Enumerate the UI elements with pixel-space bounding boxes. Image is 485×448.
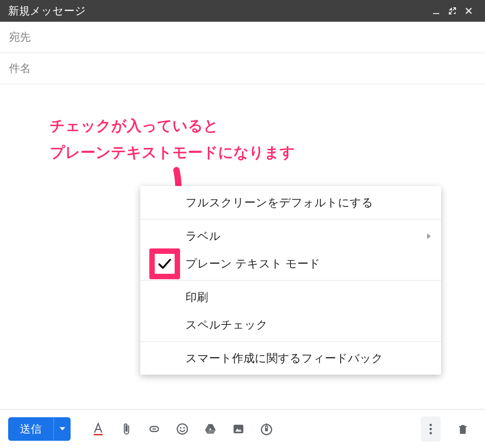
window-title: 新規メッセージ	[8, 4, 86, 18]
chevron-right-icon	[426, 229, 432, 243]
minimize-icon[interactable]	[428, 7, 444, 15]
annotation-line1: チェックが入っていると	[50, 112, 295, 139]
more-options-menu: フルスクリーンをデフォルトにする ラベル プレーン テキスト モード	[140, 186, 441, 375]
svg-point-26	[429, 432, 432, 434]
send-dropdown-button[interactable]	[53, 417, 71, 441]
subject-field[interactable]: 件名	[0, 53, 485, 84]
compose-titlebar: 新規メッセージ	[0, 0, 485, 22]
menu-item-fullscreen-default[interactable]: フルスクリーンをデフォルトにする	[140, 189, 441, 216]
to-field[interactable]: 宛先	[0, 22, 485, 53]
menu-item-spell-check[interactable]: スペルチェック	[140, 311, 441, 338]
svg-rect-9	[94, 434, 103, 435]
send-button[interactable]: 送信	[8, 417, 53, 441]
menu-item-label: スマート作成に関するフィードバック	[185, 351, 383, 366]
format-text-icon[interactable]	[87, 418, 109, 440]
svg-point-10	[177, 424, 188, 434]
insert-emoji-icon[interactable]	[171, 418, 194, 440]
insert-link-icon[interactable]	[143, 418, 166, 440]
menu-item-label-submenu[interactable]: ラベル	[140, 222, 441, 250]
menu-item-label: プレーン テキスト モード	[185, 256, 320, 271]
svg-rect-23	[266, 424, 267, 425]
chevron-down-icon	[60, 427, 65, 431]
send-button-label: 送信	[20, 422, 42, 436]
confidential-mode-icon[interactable]	[255, 418, 278, 440]
checkmark-highlight	[149, 248, 180, 279]
menu-item-label: ラベル	[185, 229, 221, 243]
to-placeholder: 宛先	[9, 31, 31, 43]
svg-point-11	[180, 427, 182, 429]
more-vert-icon	[429, 423, 433, 435]
compose-body[interactable]: チェックが入っていると プレーンテキストモードになります フルスクリーンをデフォ…	[0, 84, 485, 401]
svg-point-25	[429, 428, 432, 430]
checkmark-icon	[157, 256, 173, 272]
svg-point-12	[183, 427, 185, 429]
svg-rect-0	[433, 13, 439, 14]
svg-rect-19	[234, 425, 243, 434]
menu-item-smart-compose-feedback[interactable]: スマート作成に関するフィードバック	[140, 344, 441, 372]
compose-toolbar: 送信	[0, 410, 485, 448]
google-drive-icon[interactable]	[199, 418, 222, 440]
annotation-callout: チェックが入っていると プレーンテキストモードになります	[50, 112, 295, 166]
more-options-button[interactable]	[421, 416, 441, 442]
insert-image-icon[interactable]	[227, 418, 250, 440]
attach-file-icon[interactable]	[115, 418, 138, 440]
subject-placeholder: 件名	[9, 62, 31, 74]
send-button-group: 送信	[8, 417, 71, 441]
menu-item-label: スペルチェック	[185, 317, 268, 332]
close-icon[interactable]	[461, 7, 477, 15]
svg-point-24	[429, 424, 432, 426]
menu-item-label: フルスクリーンをデフォルトにする	[185, 195, 373, 210]
menu-item-plain-text-mode[interactable]: プレーン テキスト モード	[140, 250, 441, 277]
fullscreen-icon[interactable]	[444, 6, 461, 15]
svg-rect-22	[265, 428, 268, 432]
menu-item-print[interactable]: 印刷	[140, 283, 441, 311]
annotation-line2: プレーンテキストモードになります	[50, 139, 295, 166]
discard-draft-icon[interactable]	[452, 418, 474, 440]
menu-item-label: 印刷	[185, 290, 208, 305]
svg-marker-7	[60, 427, 65, 430]
